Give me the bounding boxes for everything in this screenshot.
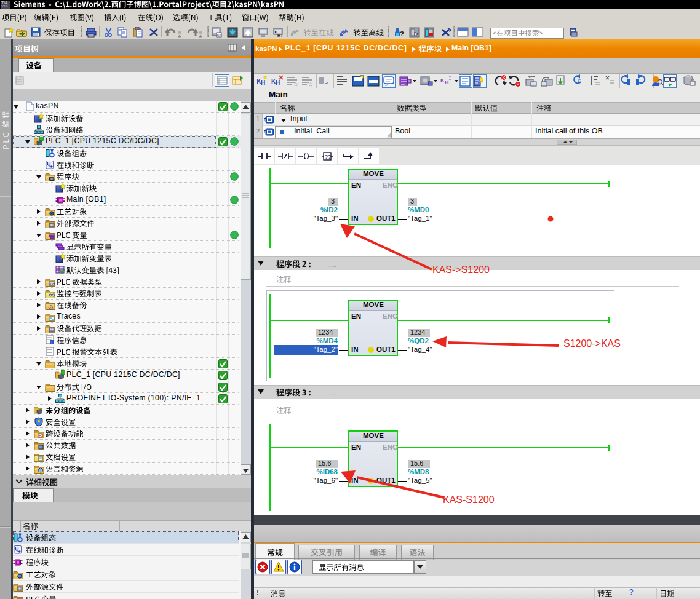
svg-text:RT: RT (277, 33, 284, 38)
svg-text:H: H (445, 79, 449, 85)
svg-text:??: ?? (325, 154, 331, 160)
svg-text:LC: LC (50, 282, 55, 286)
svg-text:i: i (52, 340, 52, 344)
svg-text:H: H (261, 79, 265, 86)
svg-text:?: ? (400, 30, 404, 38)
svg-text:01: 01 (217, 33, 221, 37)
svg-text:H: H (276, 79, 280, 86)
svg-text:K: K (440, 77, 445, 84)
